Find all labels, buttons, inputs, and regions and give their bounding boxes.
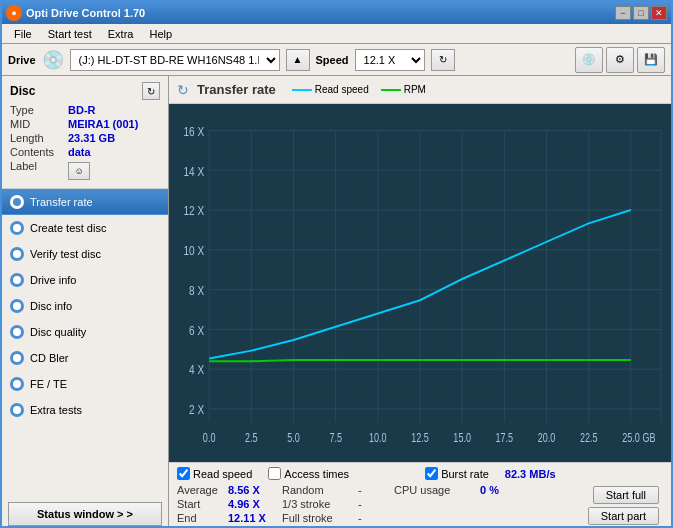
nav-label-extra-tests: Extra tests	[30, 404, 82, 416]
disc-panel: Disc ↻ Type BD-R MID MEIRA1 (001) Length…	[2, 76, 168, 189]
stat-value-average: 8.56 X	[228, 484, 276, 496]
save-icon-button[interactable]: 💾	[637, 47, 665, 73]
menu-file[interactable]: File	[6, 26, 40, 42]
svg-text:10.0: 10.0	[369, 431, 387, 445]
disc-contents-label: Contents	[10, 146, 68, 158]
stat-label-start: Start	[177, 498, 222, 510]
speed-select[interactable]: 12.1 X	[355, 49, 425, 71]
nav-item-extra-tests[interactable]: Extra tests	[2, 397, 168, 423]
svg-text:2.5: 2.5	[245, 431, 258, 445]
checkbox-access-times-input[interactable]	[268, 467, 281, 480]
svg-text:14 X: 14 X	[184, 163, 205, 178]
menu-start-test[interactable]: Start test	[40, 26, 100, 42]
nav-label-fe-te: FE / TE	[30, 378, 67, 390]
stat-value-third-stroke: -	[358, 498, 388, 510]
disc-refresh-button[interactable]: ↻	[142, 82, 160, 100]
svg-text:8 X: 8 X	[189, 283, 204, 298]
burst-rate-value: 82.3 MB/s	[505, 468, 556, 480]
legend-read-speed-label: Read speed	[315, 84, 369, 95]
disc-length-row: Length 23.31 GB	[10, 132, 160, 144]
svg-text:4 X: 4 X	[189, 362, 204, 377]
nav-item-fe-te[interactable]: FE / TE	[2, 371, 168, 397]
maximize-button[interactable]: □	[633, 6, 649, 20]
stat-label-third-stroke: 1/3 stroke	[282, 498, 352, 510]
chart-checkboxes: Read speed Access times Burst rate 82.3 …	[177, 467, 663, 480]
chart-svg: 16 X 14 X 12 X 10 X 8 X 6 X 4 X 2 X 0.0 …	[169, 104, 671, 462]
menu-bar: File Start test Extra Help	[2, 24, 671, 44]
nav-item-disc-quality[interactable]: Disc quality	[2, 319, 168, 345]
nav-list: Transfer rate Create test disc Verify te…	[2, 189, 168, 498]
svg-text:17.5: 17.5	[496, 431, 514, 445]
start-part-button[interactable]: Start part	[588, 507, 659, 525]
nav-icon-extra-tests	[10, 403, 24, 417]
drive-select[interactable]: (J:) HL-DT-ST BD-RE WH16NS48 1.D3	[70, 49, 280, 71]
disc-label-button[interactable]: ☺	[68, 162, 90, 180]
title-bar: ● Opti Drive Control 1.70 − □ ✕	[2, 2, 671, 24]
svg-text:0.0: 0.0	[203, 431, 216, 445]
stat-value-full-stroke: -	[358, 512, 388, 524]
checkbox-access-times[interactable]: Access times	[268, 467, 349, 480]
checkbox-burst-rate[interactable]: Burst rate	[425, 467, 489, 480]
start-full-button[interactable]: Start full	[593, 486, 659, 504]
nav-label-cd-bler: CD Bler	[30, 352, 69, 364]
svg-text:2 X: 2 X	[189, 402, 204, 417]
checkbox-burst-rate-input[interactable]	[425, 467, 438, 480]
disc-mid-label: MID	[10, 118, 68, 130]
nav-item-create-test-disc[interactable]: Create test disc	[2, 215, 168, 241]
svg-text:10 X: 10 X	[184, 243, 205, 258]
svg-point-3	[13, 276, 21, 284]
window-title: Opti Drive Control 1.70	[26, 7, 615, 19]
nav-item-transfer-rate[interactable]: Transfer rate	[2, 189, 168, 215]
disc-mid-value: MEIRA1 (001)	[68, 118, 138, 130]
disc-icon-button[interactable]: 💿	[575, 47, 603, 73]
nav-item-drive-info[interactable]: Drive info	[2, 267, 168, 293]
chart-header: ↻ Transfer rate Read speed RPM	[169, 76, 671, 104]
menu-extra[interactable]: Extra	[100, 26, 142, 42]
stats-section: Average 8.56 X Random - CPU usage 0 % St…	[177, 484, 663, 526]
stat-value-start: 4.96 X	[228, 498, 276, 510]
svg-text:6 X: 6 X	[189, 322, 204, 337]
refresh-speed-button[interactable]: ↻	[431, 49, 455, 71]
stat-label-average: Average	[177, 484, 222, 496]
disc-title: Disc	[10, 84, 35, 98]
svg-point-6	[13, 354, 21, 362]
checkbox-burst-rate-label: Burst rate	[441, 468, 489, 480]
drive-bar: Drive 💿 (J:) HL-DT-ST BD-RE WH16NS48 1.D…	[2, 44, 671, 76]
stat-label-full-stroke: Full stroke	[282, 512, 352, 524]
eject-button[interactable]: ▲	[286, 49, 310, 71]
svg-text:7.5: 7.5	[329, 431, 342, 445]
action-buttons: Start full Start part	[588, 484, 663, 526]
nav-item-cd-bler[interactable]: CD Bler	[2, 345, 168, 371]
stat-label-random: Random	[282, 484, 352, 496]
nav-icon-create-test-disc	[10, 221, 24, 235]
chart-controls: Read speed Access times Burst rate 82.3 …	[169, 462, 671, 528]
disc-type-value: BD-R	[68, 104, 96, 116]
nav-label-create-test-disc: Create test disc	[30, 222, 106, 234]
checkbox-read-speed[interactable]: Read speed	[177, 467, 252, 480]
nav-icon-fe-te	[10, 377, 24, 391]
status-window-button[interactable]: Status window > >	[8, 502, 162, 526]
stat-label-end: End	[177, 512, 222, 524]
nav-icon-disc-info	[10, 299, 24, 313]
stats-left: Average 8.56 X Random - CPU usage 0 % St…	[177, 484, 588, 526]
svg-point-1	[13, 224, 21, 232]
nav-icon-transfer-rate	[10, 195, 24, 209]
checkbox-read-speed-input[interactable]	[177, 467, 190, 480]
minimize-button[interactable]: −	[615, 6, 631, 20]
nav-item-disc-info[interactable]: Disc info	[2, 293, 168, 319]
svg-point-8	[13, 406, 21, 414]
nav-label-transfer-rate: Transfer rate	[30, 196, 93, 208]
disc-contents-row: Contents data	[10, 146, 160, 158]
nav-icon-cd-bler	[10, 351, 24, 365]
legend-rpm: RPM	[381, 84, 426, 95]
menu-help[interactable]: Help	[141, 26, 180, 42]
drive-icon: 💿	[42, 49, 64, 71]
disc-contents-value: data	[68, 146, 91, 158]
settings-icon-button[interactable]: ⚙	[606, 47, 634, 73]
svg-text:12.5: 12.5	[411, 431, 429, 445]
nav-item-verify-test-disc[interactable]: Verify test disc	[2, 241, 168, 267]
toolbar-buttons: 💿 ⚙ 💾	[575, 47, 665, 73]
svg-point-7	[13, 380, 21, 388]
close-button[interactable]: ✕	[651, 6, 667, 20]
stat-value-cpu: 0 %	[480, 484, 540, 496]
